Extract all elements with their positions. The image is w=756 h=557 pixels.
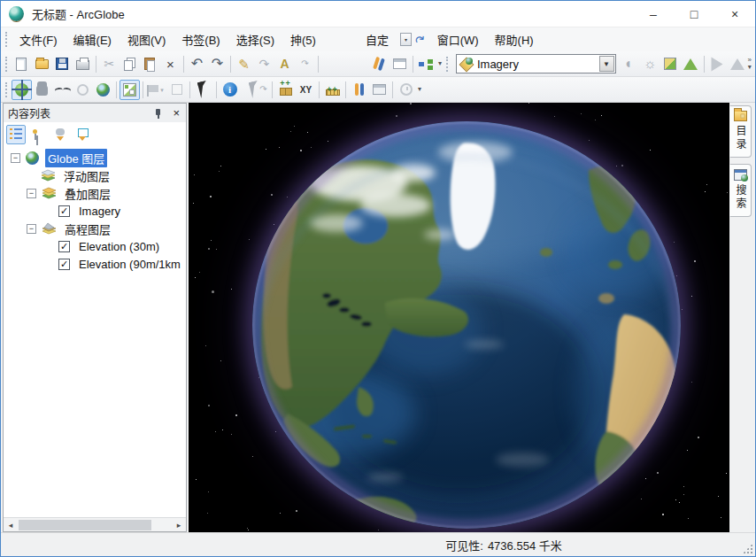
list-by-visibility-icon[interactable] xyxy=(50,125,70,144)
minimize-button[interactable]: – xyxy=(633,1,674,27)
undo-icon[interactable]: ↶ xyxy=(187,54,207,74)
fly-icon[interactable] xyxy=(52,80,73,100)
toolbar-grip[interactable] xyxy=(5,57,8,72)
tab-catalog[interactable]: 目录 xyxy=(729,105,752,158)
menu-bookmarks[interactable]: 书签(B) xyxy=(174,27,228,51)
tree-row-elevation-90m[interactable]: ✓ Elevation (90m/1km xyxy=(4,255,186,273)
base-heights-icon[interactable] xyxy=(681,54,701,74)
time-slider-icon[interactable] xyxy=(396,80,416,100)
menu-file[interactable]: 文件(F) xyxy=(12,27,66,51)
maximize-button[interactable]: □ xyxy=(674,1,714,27)
tab-search[interactable]: 搜索 xyxy=(729,164,752,217)
layer-combo-value: Imagery xyxy=(477,58,599,71)
boundary-tool-icon[interactable] xyxy=(390,54,410,74)
zoom-target-icon[interactable]: ▾ xyxy=(146,80,166,100)
hyperlink-icon[interactable] xyxy=(349,80,369,100)
identify-icon[interactable]: i xyxy=(220,80,240,100)
tree-label[interactable]: Imagery xyxy=(76,204,123,219)
layer-tree: − Globe 图层 浮动图层 − 叠加图层 ✓ Imagery − 高程图层 xyxy=(4,146,186,517)
redo-icon[interactable]: ↷ xyxy=(207,54,228,74)
tree-label[interactable]: Globe 图层 xyxy=(45,149,107,167)
tree-row-draped-layers[interactable]: − 叠加图层 xyxy=(4,184,186,202)
tree-label[interactable]: Elevation (90m/1km xyxy=(76,257,183,272)
star xyxy=(248,530,249,530)
list-by-selection-icon[interactable] xyxy=(73,125,92,144)
scrollbar-thumb[interactable] xyxy=(19,520,151,530)
menu-help[interactable]: 帮助(H) xyxy=(487,27,542,51)
tree-label[interactable]: 叠加图层 xyxy=(62,184,113,203)
combo-dropdown-icon[interactable]: ▼ xyxy=(599,56,614,72)
toolbar-options-icon[interactable]: »▾ xyxy=(748,57,752,71)
label-a-icon[interactable]: A xyxy=(274,54,295,74)
tree-label[interactable]: 高程图层 xyxy=(62,220,113,238)
menu-selection[interactable]: 选择(S) xyxy=(228,27,282,51)
surface-icon-1[interactable] xyxy=(707,54,728,74)
redo-small-icon[interactable]: ↷ xyxy=(254,54,274,74)
pin-icon[interactable] xyxy=(154,108,163,119)
collapse-icon[interactable]: − xyxy=(27,189,36,198)
center-target-icon[interactable] xyxy=(73,80,93,100)
select-arrow-icon[interactable] xyxy=(193,80,213,100)
tree-label[interactable]: Elevation (30m) xyxy=(76,239,162,254)
new-document-icon[interactable] xyxy=(12,54,32,74)
toolbar-grip[interactable] xyxy=(5,82,8,97)
pan-icon[interactable] xyxy=(32,80,52,100)
menu-window[interactable]: 窗口(W) xyxy=(429,27,487,51)
tree-row-imagery[interactable]: ✓ Imagery xyxy=(4,202,186,220)
go-to-xy-icon[interactable]: XY xyxy=(296,80,316,100)
paste-icon[interactable] xyxy=(140,54,160,74)
contrast-icon[interactable]: ◐ xyxy=(620,54,640,74)
tree-row-globe-layers[interactable]: − Globe 图层 xyxy=(4,149,186,166)
toolbar-grip[interactable] xyxy=(446,57,449,72)
imagery-checkbox[interactable]: ✓ xyxy=(58,205,70,217)
tree-row-floating-layers[interactable]: 浮动图层 xyxy=(4,166,186,184)
layer-of-interest-combobox[interactable]: Imagery ▼ xyxy=(456,54,616,73)
list-by-drawing-order-icon[interactable] xyxy=(6,125,26,144)
globe-viewport[interactable] xyxy=(189,103,730,534)
sketch-pen-icon[interactable]: ✎ xyxy=(234,54,254,74)
brightness-icon[interactable]: ☼ xyxy=(640,54,660,74)
list-by-source-icon[interactable] xyxy=(28,125,48,144)
delete-icon[interactable]: × xyxy=(160,54,181,74)
navigate-icon[interactable] xyxy=(12,80,32,100)
viewer-window-icon[interactable] xyxy=(369,80,390,100)
swipe-layer-icon[interactable] xyxy=(660,54,681,74)
print-icon[interactable] xyxy=(73,54,93,74)
measure-icon[interactable]: ++ xyxy=(322,80,343,100)
elevation-90m-checkbox[interactable]: ✓ xyxy=(58,259,70,270)
tree-row-elevation-30m[interactable]: ✓ Elevation (30m) xyxy=(4,237,186,255)
toolbar-options-icon[interactable]: ▾ xyxy=(438,60,442,67)
rotate-small-icon[interactable]: ↷ xyxy=(295,54,315,74)
toc-close-icon[interactable]: × xyxy=(171,106,181,120)
scroll-right-icon[interactable]: ▸ xyxy=(172,521,186,530)
cut-icon[interactable]: ✂ xyxy=(99,54,120,74)
scroll-left-icon[interactable]: ◂ xyxy=(4,521,18,530)
tree-label[interactable]: 浮动图层 xyxy=(61,166,112,185)
tree-row-elevation-layers[interactable]: − 高程图层 xyxy=(4,220,186,237)
find-icon[interactable]: ++ xyxy=(275,80,296,100)
navigation-mode-icon[interactable] xyxy=(120,80,140,100)
collapse-icon[interactable]: − xyxy=(11,153,20,163)
toolbar-grip[interactable] xyxy=(5,32,8,47)
save-icon[interactable] xyxy=(52,54,73,74)
clear-target-icon[interactable] xyxy=(166,80,187,100)
menu-customize[interactable]: 自定 xyxy=(358,27,397,51)
close-button[interactable]: × xyxy=(714,1,755,27)
menu-view[interactable]: 视图(V) xyxy=(120,27,174,51)
open-folder-icon[interactable] xyxy=(32,54,52,74)
collapse-icon[interactable]: − xyxy=(27,224,36,234)
parcel-tool-icon[interactable] xyxy=(369,54,390,74)
copy-icon[interactable] xyxy=(120,54,140,74)
menu-edit[interactable]: 编辑(E) xyxy=(66,27,120,51)
horizontal-scrollbar[interactable]: ◂ ▸ xyxy=(4,517,186,531)
model-builder-icon[interactable] xyxy=(416,54,436,74)
full-extent-icon[interactable] xyxy=(93,80,113,100)
star xyxy=(528,103,529,104)
earth-globe[interactable] xyxy=(252,121,681,529)
surface-icon-2[interactable] xyxy=(728,54,748,74)
menu-geoprocessing[interactable]: 抻(5) xyxy=(282,27,324,51)
toolbar-options-icon[interactable]: ▾ xyxy=(418,86,421,93)
resize-grip[interactable] xyxy=(742,543,753,554)
elevation-30m-checkbox[interactable]: ✓ xyxy=(58,241,70,252)
select-features-icon[interactable]: ↷ xyxy=(249,80,269,100)
